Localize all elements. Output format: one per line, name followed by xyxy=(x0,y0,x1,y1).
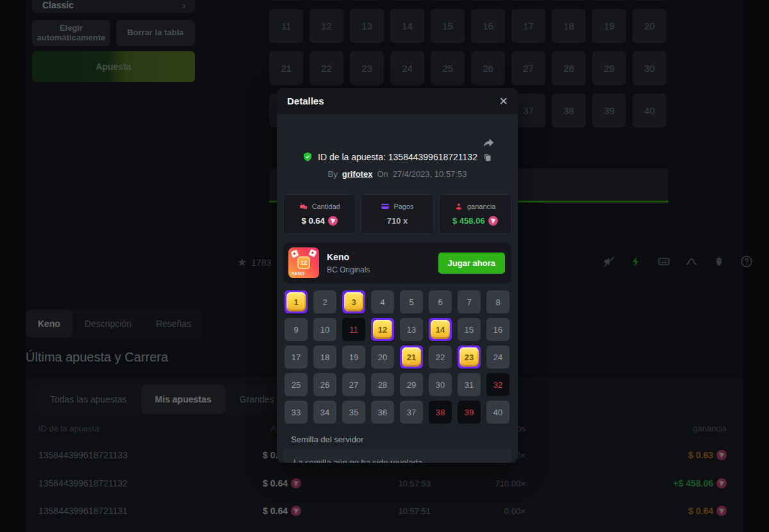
server-seed-value: La semilla aún no ha sido revelada xyxy=(294,458,422,463)
result-grid-cell: 19 xyxy=(342,345,365,369)
bet-stats-row: Cantidad $ 0.64 Pagos 710 x ganancia $ 4… xyxy=(283,194,511,234)
result-grid-cell: 20 xyxy=(371,345,394,369)
trx-coin-icon xyxy=(488,216,498,226)
result-grid-cell: 38 xyxy=(429,401,452,424)
page-root: Classic › Elegir automáticamente Borrar … xyxy=(0,0,769,532)
game-card: 12 KENO Keno BC Originals Jugar ahora xyxy=(283,242,511,283)
result-grid: 1234567891011121314151617181920212223242… xyxy=(285,290,509,424)
amount-icon xyxy=(299,202,308,211)
modal-title: Detalles xyxy=(287,96,324,106)
result-grid-cell: 1 xyxy=(285,290,308,313)
result-grid-cell: 32 xyxy=(486,373,509,396)
verified-shield-icon xyxy=(302,152,313,162)
keno-icon-word: KENO xyxy=(292,271,304,276)
stat-payout-label: Pagos xyxy=(393,203,413,210)
result-grid-cell: 3 xyxy=(342,290,365,313)
keno-icon-number: 12 xyxy=(297,256,310,269)
result-grid-cell: 13 xyxy=(400,318,423,341)
result-grid-cell: 30 xyxy=(429,373,452,396)
stat-amount-label: Cantidad xyxy=(312,203,340,210)
by-label: By xyxy=(328,169,338,179)
stat-profit-label: ganancia xyxy=(467,203,496,210)
result-grid-cell: 31 xyxy=(458,373,481,396)
share-icon[interactable] xyxy=(482,137,495,149)
result-grid-cell: 22 xyxy=(429,345,452,369)
stat-amount-value: $ 0.64 xyxy=(302,216,325,226)
result-grid-cell: 9 xyxy=(285,318,308,341)
on-label: On xyxy=(377,169,388,179)
stat-profit-value: $ 458.06 xyxy=(452,216,485,226)
game-name: Keno xyxy=(327,252,370,262)
stat-payout-value: 710 x xyxy=(387,216,408,226)
result-grid-cell: 4 xyxy=(371,290,394,313)
result-grid-cell: 34 xyxy=(313,401,336,424)
bet-details-modal: Detalles × ID de la apuesta: 13584439961… xyxy=(277,88,518,463)
result-grid-cell: 35 xyxy=(342,401,365,424)
result-grid-cell: 17 xyxy=(285,345,308,369)
result-grid-cell: 36 xyxy=(371,401,394,424)
result-grid-cell: 28 xyxy=(371,373,394,396)
bet-id-row: ID de la apuesta: 135844399618721132 xyxy=(277,152,518,162)
result-grid-cell: 12 xyxy=(371,318,394,341)
result-grid-cell: 2 xyxy=(313,290,336,313)
result-grid-cell: 8 xyxy=(486,290,509,313)
profit-icon xyxy=(454,202,463,211)
result-grid-cell: 40 xyxy=(486,401,509,424)
result-grid-cell: 23 xyxy=(458,345,481,369)
stat-payout: Pagos 710 x xyxy=(361,194,433,234)
result-grid-cell: 7 xyxy=(458,290,481,313)
stat-amount: Cantidad $ 0.64 xyxy=(283,194,356,234)
result-grid-cell: 27 xyxy=(342,373,365,396)
result-grid-cell: 21 xyxy=(400,345,423,369)
result-grid-cell: 15 xyxy=(458,318,481,341)
bet-id-text: ID de la apuesta: 135844399618721132 xyxy=(318,152,477,162)
result-grid-cell: 39 xyxy=(458,401,481,424)
modal-header: Detalles × xyxy=(277,88,518,114)
result-grid-cell: 10 xyxy=(313,318,336,341)
result-grid-cell: 16 xyxy=(486,318,509,341)
play-now-button[interactable]: Jugar ahora xyxy=(438,253,505,274)
bet-datetime: 27/4/2023, 10:57:53 xyxy=(393,169,467,179)
stat-profit: ganancia $ 458.06 xyxy=(439,194,511,234)
result-grid-cell: 5 xyxy=(400,290,423,313)
payouts-icon xyxy=(381,202,390,211)
username-link[interactable]: grifotex xyxy=(342,169,373,179)
result-grid-cell: 14 xyxy=(429,318,452,341)
copy-icon[interactable] xyxy=(483,153,492,162)
game-provider: BC Originals xyxy=(327,265,370,274)
close-icon[interactable]: × xyxy=(499,95,508,108)
result-grid-cell: 33 xyxy=(285,401,308,424)
result-grid-cell: 24 xyxy=(486,345,509,369)
result-grid-cell: 18 xyxy=(313,345,336,369)
result-grid-cell: 25 xyxy=(285,373,308,396)
result-grid-cell: 6 xyxy=(429,290,452,313)
trx-coin-icon xyxy=(328,216,338,226)
keno-game-icon: 12 KENO xyxy=(288,247,319,278)
result-grid-cell: 29 xyxy=(400,373,423,396)
server-seed-label: Semilla del servidor xyxy=(291,435,363,444)
server-seed-field[interactable]: La semilla aún no ha sido revelada xyxy=(283,449,511,463)
result-grid-cell: 11 xyxy=(342,318,365,341)
result-grid-cell: 37 xyxy=(400,401,423,424)
bet-meta-row: By grifotex On 27/4/2023, 10:57:53 xyxy=(277,169,518,179)
result-grid-cell: 26 xyxy=(313,373,336,396)
